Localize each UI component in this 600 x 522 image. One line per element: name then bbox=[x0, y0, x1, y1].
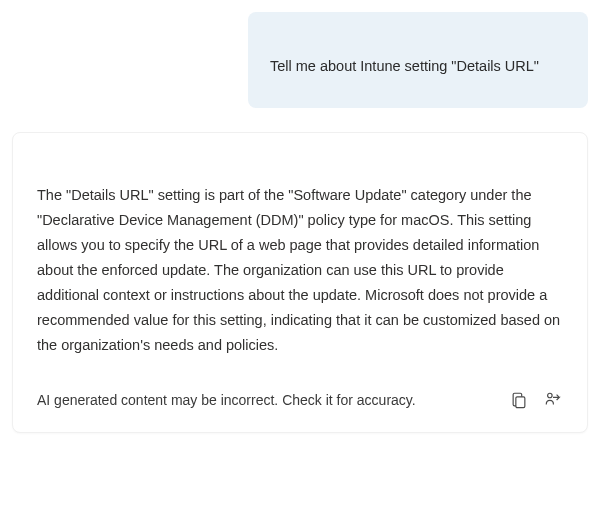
svg-rect-0 bbox=[516, 396, 525, 407]
ai-message-bubble: The "Details URL" setting is part of the… bbox=[12, 132, 588, 433]
ai-disclaimer-text: AI generated content may be incorrect. C… bbox=[37, 392, 416, 408]
ai-message-footer: AI generated content may be incorrect. C… bbox=[37, 390, 563, 410]
feedback-person-icon[interactable] bbox=[543, 390, 563, 410]
ai-message-body: The "Details URL" setting is part of the… bbox=[37, 183, 563, 358]
copy-icon[interactable] bbox=[509, 390, 529, 410]
user-message-text: Tell me about Intune setting "Details UR… bbox=[270, 58, 566, 74]
svg-point-1 bbox=[548, 393, 553, 398]
ai-actions bbox=[509, 390, 563, 410]
user-message-bubble: Tell me about Intune setting "Details UR… bbox=[248, 12, 588, 108]
